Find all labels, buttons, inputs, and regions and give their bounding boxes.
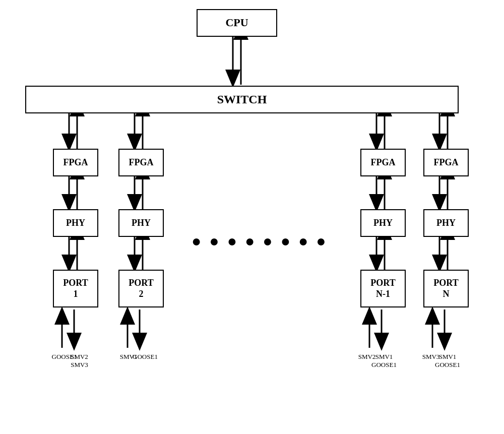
phy1-box: PHY (53, 209, 98, 237)
label-goose1-port2: GOOSE1 (130, 353, 160, 361)
ellipsis-dots: ● ● ● ● ● ● ● ● (192, 232, 328, 251)
label-smv1goose1-port3: SMV1 GOOSE1 (369, 353, 399, 369)
cpu-label: CPU (225, 16, 248, 29)
switch-box: SWITCH (25, 86, 459, 113)
port4-box: PORT N (423, 270, 469, 307)
port2-label: PORT 2 (129, 278, 153, 299)
phy2-label: PHY (132, 218, 151, 229)
label-smv2smv3-port1: SMV2 SMV3 (66, 353, 93, 369)
phy2-box: PHY (118, 209, 164, 237)
port4-label: PORT N (433, 278, 458, 299)
phy1-label: PHY (66, 218, 85, 229)
cpu-box: CPU (197, 9, 277, 37)
fpga2-box: FPGA (118, 149, 164, 176)
label-smv1-port4: SMV1 GOOSE1 (432, 353, 463, 369)
port3-label: PORT N-1 (370, 278, 395, 299)
fpga1-label: FPGA (64, 157, 88, 168)
diagram: CPU SWITCH FPGA FPGA FPGA FPGA PHY PHY P… (0, 0, 504, 434)
fpga2-label: FPGA (129, 157, 154, 168)
fpga1-box: FPGA (53, 149, 98, 176)
phy4-label: PHY (436, 218, 456, 229)
fpga3-label: FPGA (371, 157, 396, 168)
fpga4-box: FPGA (423, 149, 469, 176)
fpga4-label: FPGA (434, 157, 459, 168)
phy3-box: PHY (360, 209, 406, 237)
port2-box: PORT 2 (118, 270, 164, 307)
phy4-box: PHY (423, 209, 469, 237)
port1-box: PORT 1 (53, 270, 98, 307)
port1-label: PORT 1 (63, 278, 88, 299)
switch-label: SWITCH (217, 92, 267, 107)
phy3-label: PHY (373, 218, 393, 229)
fpga3-box: FPGA (360, 149, 406, 176)
port3-box: PORT N-1 (360, 270, 406, 307)
